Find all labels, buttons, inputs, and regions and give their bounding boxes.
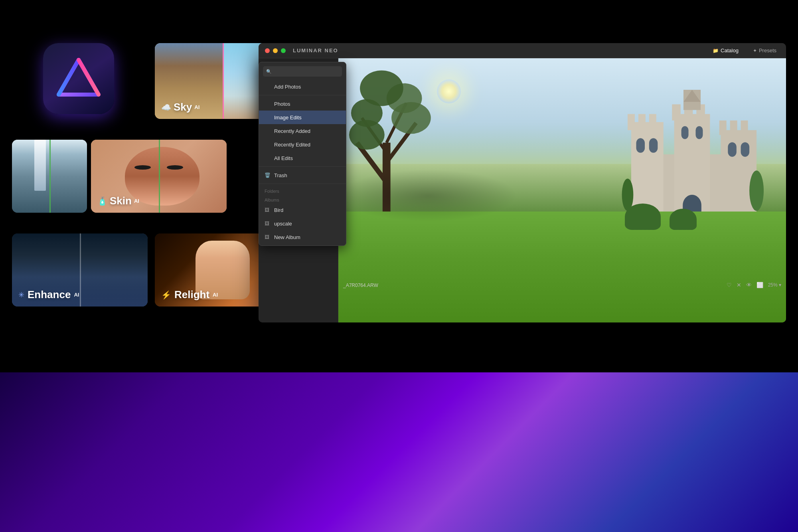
photo-lawn [338, 212, 786, 322]
catalog-icon: 📁 [713, 48, 719, 53]
eye-left [134, 165, 151, 170]
enhance-card-label: ✳ EnhanceAI [18, 289, 79, 301]
menu-trash-label: Trash [274, 172, 287, 178]
photo-bush-right [670, 209, 696, 230]
svg-rect-17 [638, 114, 646, 130]
gradient-background [0, 372, 798, 532]
menu-item-recently-edited[interactable]: Recently Edited [259, 138, 346, 151]
relight-label-text: Relight [174, 289, 209, 301]
enhance-sparkle-icon: ✳ [18, 291, 24, 299]
menu-albums-label: Albums [259, 194, 346, 203]
svg-rect-34 [741, 142, 749, 157]
skin-lotion-icon: 🧴 [97, 196, 107, 206]
photo-lawn-shadow [338, 169, 518, 222]
menu-new-album-icon: 🖼 [265, 234, 271, 240]
menu-folders-label: Folders [259, 186, 346, 194]
menu-recently-edited-label: Recently Edited [274, 142, 310, 148]
enhance-label-text: Enhance [28, 289, 71, 301]
skin-card: 🧴 SkinAI [91, 140, 227, 213]
menu-divider-2 [259, 166, 346, 167]
menu-item-album-new[interactable]: 🖼 New Album [259, 230, 346, 244]
sky-cloud-icon: ☁️ [161, 103, 171, 112]
menu-item-add-photos[interactable]: Add Photos [259, 80, 346, 93]
menu-search[interactable]: 🔍 [263, 66, 342, 77]
svg-rect-20 [719, 121, 727, 135]
skin-split-line [159, 140, 160, 213]
svg-rect-33 [728, 142, 737, 157]
catalog-tab[interactable]: 📁 Catalog [709, 46, 742, 55]
menu-photos-label: Photos [274, 101, 290, 107]
relight-card-label: ⚡ RelightAI [161, 289, 218, 301]
zoom-level: 25% ▾ [768, 282, 781, 288]
menu-divider-1 [259, 95, 346, 95]
enhance-card: ✳ EnhanceAI [12, 233, 148, 307]
maximize-button[interactable] [281, 48, 286, 53]
relight-ai-suffix: AI [213, 292, 218, 298]
presets-tab[interactable]: ✦ Presets [750, 46, 780, 55]
photo-bush-left [625, 204, 661, 230]
eye-right [167, 165, 183, 170]
title-bar-right: 📁 Catalog ✦ Presets [709, 46, 780, 55]
svg-rect-30 [649, 138, 658, 153]
svg-point-37 [749, 171, 764, 211]
title-bar: LUMINAR NEO 📁 Catalog ✦ Presets [259, 43, 786, 58]
menu-item-trash[interactable]: 🗑️ Trash [259, 168, 346, 182]
close-button[interactable] [265, 48, 270, 53]
menu-item-image-edits[interactable]: Image Edits [259, 111, 346, 124]
menu-item-album-upscale[interactable]: 🖼 upscale [259, 217, 346, 230]
svg-marker-0 [59, 60, 99, 95]
sky-split-line [223, 43, 224, 119]
menu-image-edits-label: Image Edits [274, 115, 302, 121]
svg-line-2 [79, 60, 99, 95]
menu-bird-label: Bird [274, 207, 283, 213]
favorite-icon[interactable]: ♡ [727, 282, 732, 288]
skin-label-text: Skin [110, 195, 132, 207]
waterfall-fall [34, 140, 45, 191]
menu-all-edits-label: All Edits [274, 155, 293, 161]
svg-rect-32 [695, 126, 703, 139]
reject-icon[interactable]: ✕ [737, 282, 741, 288]
presets-tab-label: Presets [759, 47, 776, 53]
main-photo-area: _A7R0764.ARW ♡ ✕ 👁 ⬜ 25% ▾ [338, 58, 786, 322]
menu-new-album-label: New Album [274, 234, 300, 240]
svg-rect-29 [636, 138, 645, 153]
menu-item-album-bird[interactable]: 🖼 Bird [259, 203, 346, 217]
menu-recently-added-label: Recently Added [274, 128, 310, 134]
minimize-button[interactable] [273, 48, 278, 53]
svg-line-1 [59, 60, 79, 95]
menu-search-icon: 🔍 [266, 69, 272, 74]
svg-rect-18 [649, 114, 656, 130]
skin-ai-suffix: AI [134, 198, 139, 204]
menu-upscale-label: upscale [274, 221, 292, 227]
presets-icon: ✦ [753, 48, 757, 53]
sky-label-text: Sky [174, 101, 192, 113]
svg-point-13 [360, 71, 404, 106]
menu-trash-icon: 🗑️ [265, 172, 271, 178]
catalog-tab-label: Catalog [721, 47, 739, 53]
menu-add-photos-label: Add Photos [274, 84, 301, 90]
relight-bolt-icon: ⚡ [161, 290, 171, 300]
filename-label: _A7R0764.ARW [343, 283, 378, 288]
menu-item-all-edits[interactable]: All Edits [259, 151, 346, 165]
app-title: LUMINAR NEO [293, 47, 338, 53]
svg-rect-16 [628, 114, 635, 130]
menu-item-recently-added[interactable]: Recently Added [259, 124, 346, 138]
svg-rect-22 [741, 121, 748, 135]
menu-divider-3 [259, 184, 346, 184]
sky-ai-suffix: AI [194, 104, 200, 110]
sky-card-label: ☁️ SkyAI [161, 101, 200, 113]
title-bar-left: LUMINAR NEO [265, 47, 338, 53]
app-icon [43, 43, 114, 114]
compare-icon[interactable]: ⬜ [757, 282, 763, 288]
skin-card-label: 🧴 SkinAI [97, 195, 139, 207]
bottom-controls: ♡ ✕ 👁 ⬜ 25% ▾ [727, 282, 781, 288]
svg-rect-21 [730, 121, 737, 135]
enhance-split-line [80, 233, 81, 307]
svg-rect-24 [672, 105, 681, 121]
context-menu: 🔍 Add Photos Photos Image Edits Recently… [259, 62, 346, 246]
enhance-ai-suffix: AI [74, 292, 79, 298]
visibility-icon[interactable]: 👁 [746, 282, 752, 288]
menu-bird-icon: 🖼 [265, 207, 271, 213]
waterfall-card [12, 140, 87, 213]
menu-item-photos[interactable]: Photos [259, 97, 346, 111]
